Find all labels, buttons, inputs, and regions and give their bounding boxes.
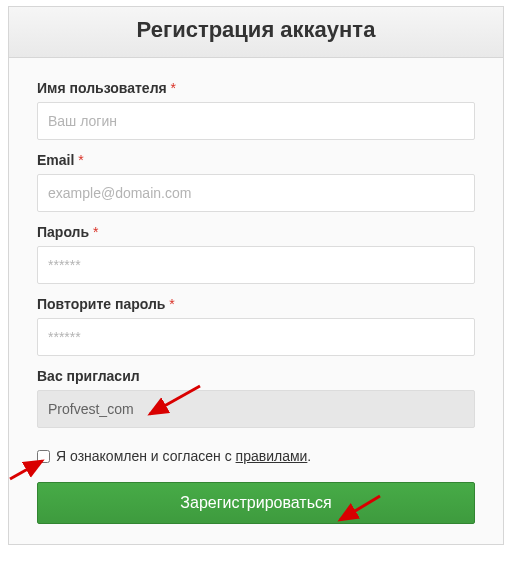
form-body: Имя пользователя * Email * Пароль * Повт…: [9, 58, 503, 544]
label-password-repeat: Повторите пароль *: [37, 296, 475, 312]
required-mark: *: [171, 80, 176, 96]
label-email: Email *: [37, 152, 475, 168]
required-mark: *: [169, 296, 174, 312]
label-password-text: Пароль: [37, 224, 89, 240]
label-username: Имя пользователя *: [37, 80, 475, 96]
label-email-text: Email: [37, 152, 74, 168]
field-referrer: Вас пригласил: [37, 368, 475, 428]
email-input[interactable]: [37, 174, 475, 212]
rules-link[interactable]: правилами: [236, 448, 308, 464]
label-username-text: Имя пользователя: [37, 80, 167, 96]
password-input[interactable]: [37, 246, 475, 284]
agreement-suffix: .: [307, 448, 311, 464]
panel-header: Регистрация аккаунта: [9, 7, 503, 58]
required-mark: *: [93, 224, 98, 240]
label-referrer-text: Вас пригласил: [37, 368, 140, 384]
agreement-row: Я ознакомлен и согласен с правилами.: [37, 448, 475, 464]
required-mark: *: [78, 152, 83, 168]
submit-button[interactable]: Зарегистрироваться: [37, 482, 475, 524]
agreement-checkbox[interactable]: [37, 450, 50, 463]
label-password: Пароль *: [37, 224, 475, 240]
agreement-text: Я ознакомлен и согласен с правилами.: [56, 448, 311, 464]
field-email: Email *: [37, 152, 475, 212]
field-password: Пароль *: [37, 224, 475, 284]
label-password-repeat-text: Повторите пароль: [37, 296, 165, 312]
field-password-repeat: Повторите пароль *: [37, 296, 475, 356]
username-input[interactable]: [37, 102, 475, 140]
page-title: Регистрация аккаунта: [9, 17, 503, 43]
label-referrer: Вас пригласил: [37, 368, 475, 384]
field-username: Имя пользователя *: [37, 80, 475, 140]
registration-panel: Регистрация аккаунта Имя пользователя * …: [8, 6, 504, 545]
referrer-input[interactable]: [37, 390, 475, 428]
password-repeat-input[interactable]: [37, 318, 475, 356]
agreement-prefix: Я ознакомлен и согласен с: [56, 448, 236, 464]
